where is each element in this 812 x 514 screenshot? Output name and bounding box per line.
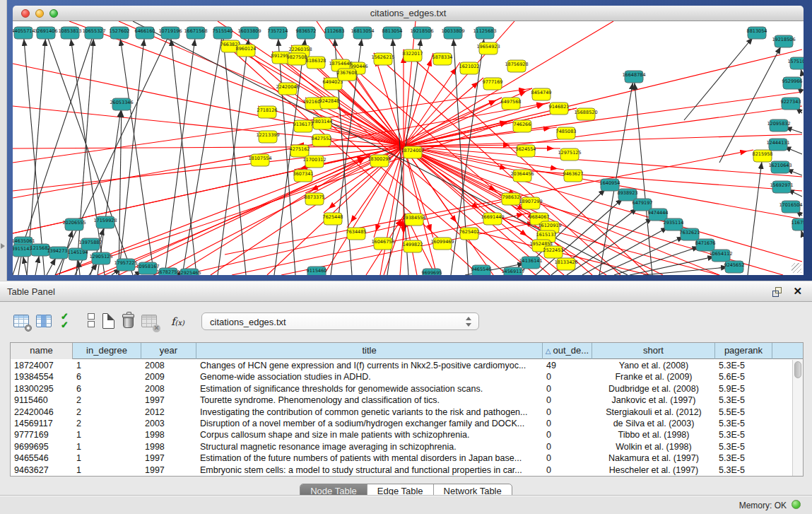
column-header-short[interactable]: short — [592, 343, 715, 359]
cell-title[interactable]: Structural magnetic resonance image aver… — [196, 441, 543, 452]
graph-node[interactable]: 8322017 — [403, 49, 423, 62]
graph-edge[interactable] — [119, 33, 154, 275]
cell-indeg[interactable]: 6 — [73, 383, 141, 395]
graph-edge[interactable] — [182, 33, 223, 275]
cell-year[interactable]: 1997 — [141, 395, 196, 406]
graph-node[interactable]: 1167533 — [792, 218, 804, 230]
graph-node[interactable]: 8873375 — [305, 193, 325, 205]
graph-node[interactable]: 12213399 — [256, 131, 279, 143]
graph-edge[interactable] — [119, 33, 145, 275]
graph-node[interactable]: 5878334 — [433, 53, 453, 65]
cell-title[interactable]: Genome-wide association studies in ADHD. — [196, 371, 543, 382]
cell-short[interactable]: Stergiakouli et al. (2012) — [592, 407, 715, 418]
cell-year[interactable]: 2008 — [141, 383, 196, 395]
cell-pagerank[interactable]: 5.6E-5 — [715, 371, 772, 382]
cell-title[interactable]: Investigating the contribution of common… — [196, 407, 543, 418]
graph-node[interactable]: 798632 — [502, 193, 520, 205]
graph-node[interactable]: 18756928 — [505, 60, 528, 72]
column-header-title[interactable]: title — [196, 343, 543, 359]
graph-node[interactable]: 6497568 — [501, 98, 522, 110]
cell-name[interactable]: 14569117 — [11, 418, 73, 429]
table-row[interactable]: 911546021997Tourette syndrome. Phenomeno… — [11, 395, 792, 406]
cell-name[interactable]: 22420046 — [11, 407, 73, 418]
graph-node[interactable]: 16210643 — [768, 161, 792, 173]
close-panel-icon[interactable]: ✕ — [793, 285, 802, 298]
graph-node[interactable]: 44055714 — [13, 27, 35, 39]
graph-node[interactable]: 9245652 — [724, 261, 745, 273]
graph-node[interactable]: 7632621 — [680, 228, 700, 240]
cell-title[interactable]: Embryonic stem cells: a model to study s… — [196, 465, 543, 476]
graph-node[interactable]: 2935114 — [664, 218, 684, 230]
graph-edge[interactable] — [154, 146, 404, 275]
column-header-out_de[interactable]: △out_de... — [543, 343, 592, 359]
cell-short[interactable]: Franke et al. (2009) — [592, 371, 715, 382]
graph-node[interactable]: 2367608 — [337, 69, 358, 81]
graph-node[interactable]: 10033809 — [441, 27, 464, 39]
graph-node[interactable]: 6466160 — [135, 27, 155, 39]
cell-title[interactable]: Changes of HCN gene expression and I(f) … — [196, 360, 543, 371]
cell-short[interactable]: Jankovic et al. (1997) — [592, 395, 715, 406]
graph-node[interactable]: 7357214 — [268, 27, 288, 39]
graph-node[interactable]: 9777169 — [483, 78, 503, 90]
column-header-name[interactable]: name — [11, 343, 73, 359]
vertical-scrollbar[interactable] — [792, 360, 803, 476]
graph-node[interactable]: 16033809 — [237, 27, 261, 39]
cell-indeg[interactable]: 2 — [73, 395, 141, 406]
graph-node[interactable]: 3624554 — [516, 145, 536, 157]
cell-outdeg[interactable]: 0 — [543, 465, 592, 476]
network-canvas[interactable]: 1872400718300295193845548322017156262151… — [13, 21, 804, 275]
table-row[interactable]: 946362711997Embryonic stem cells: a mode… — [11, 465, 792, 476]
cell-pagerank[interactable]: 5.3E-5 — [715, 465, 772, 476]
graph-node[interactable]: 8960124 — [236, 45, 257, 57]
graph-node[interactable]: 17159928 — [93, 216, 117, 228]
table-row[interactable]: 1830029562008Estimation of significance … — [11, 383, 792, 395]
graph-node[interactable]: 19218506 — [772, 35, 795, 47]
graph-node[interactable]: 32691406 — [34, 27, 57, 39]
cell-name[interactable]: 18300295 — [11, 383, 73, 395]
graph-node[interactable]: 9836572 — [296, 27, 317, 39]
graph-node[interactable]: 17957225 — [114, 259, 137, 271]
graph-node[interactable]: 7485083 — [556, 127, 577, 139]
graph-node[interactable]: 19218506 — [410, 27, 433, 39]
graph-edge[interactable] — [225, 150, 753, 255]
graph-node[interactable]: 10719196 — [158, 27, 182, 39]
graph-node[interactable]: 2718126 — [257, 106, 278, 118]
cell-year[interactable]: 2012 — [141, 407, 196, 418]
graph-edge[interactable] — [404, 134, 802, 146]
graph-edge[interactable] — [643, 267, 734, 275]
cell-indeg[interactable]: 1 — [73, 452, 141, 464]
table-row[interactable]: 969969511998Structural magnetic resonanc… — [11, 441, 792, 452]
graph-node[interactable]: 15751074 — [787, 57, 804, 69]
cell-indeg[interactable]: 1 — [73, 465, 141, 476]
graph-node[interactable]: 18107554 — [248, 154, 271, 166]
graph-node[interactable]: 16813054 — [351, 27, 374, 39]
graph-node[interactable]: 1499822 — [403, 240, 423, 252]
cell-title[interactable]: Tourette syndrome. Phenomenology and cla… — [196, 395, 543, 406]
graph-node[interactable]: 9699695 — [422, 269, 442, 275]
graph-node[interactable]: 9115460 — [307, 267, 327, 275]
graph-node[interactable]: 22420046 — [276, 83, 299, 95]
graph-node[interactable]: 7625448 — [323, 213, 343, 225]
scrollbar-thumb[interactable] — [794, 361, 801, 378]
graph-node[interactable]: 16099469 — [430, 238, 454, 250]
graph-node[interactable]: 15692971 — [770, 181, 793, 193]
cell-short[interactable]: Wolkin et al. (1998) — [592, 441, 715, 452]
cell-name[interactable]: 9463627 — [11, 465, 73, 476]
graph-node[interactable]: 3915141 — [13, 245, 32, 257]
cell-pagerank[interactable]: 5.3E-5 — [715, 360, 772, 371]
graph-node[interactable]: 1621022 — [459, 62, 480, 74]
graph-node[interactable]: 8471676 — [695, 239, 716, 251]
graph-edge[interactable] — [684, 33, 757, 120]
create-table-button[interactable] — [100, 313, 119, 331]
table-select-dropdown[interactable]: citations_edges.txt — [201, 313, 479, 330]
cell-short[interactable]: Nakamura et al. (1997) — [592, 452, 715, 464]
table-row[interactable]: 1938455462009Genome-wide association stu… — [11, 371, 792, 382]
resize-grip[interactable] — [792, 263, 801, 273]
delete-table-button[interactable] — [120, 313, 139, 331]
graph-node[interactable]: 16691449 — [481, 213, 504, 225]
cell-title[interactable]: Estimation of the future numbers of pati… — [196, 452, 543, 464]
cell-title[interactable]: Estimation of significance thresholds fo… — [196, 383, 543, 395]
cell-year[interactable]: 1997 — [141, 452, 196, 464]
graph-node[interactable]: 8454749 — [531, 88, 552, 100]
cell-outdeg[interactable]: 0 — [543, 429, 592, 440]
